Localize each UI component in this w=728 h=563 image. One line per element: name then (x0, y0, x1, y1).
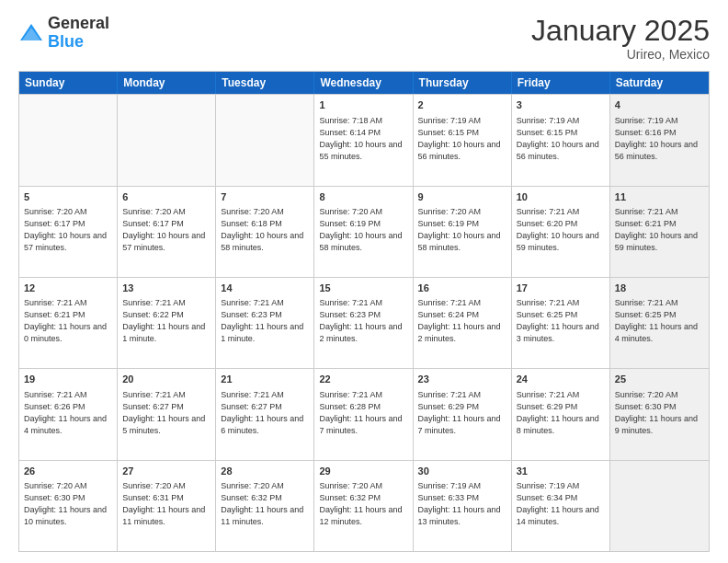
calendar: SundayMondayTuesdayWednesdayThursdayFrid… (18, 71, 710, 552)
calendar-cell: 13Sunrise: 7:21 AM Sunset: 6:22 PM Dayli… (118, 278, 216, 368)
calendar-cell: 21Sunrise: 7:21 AM Sunset: 6:27 PM Dayli… (216, 369, 314, 459)
day-number: 26 (24, 465, 112, 478)
day-number: 21 (221, 373, 309, 386)
day-number: 19 (24, 373, 112, 386)
day-info: Sunrise: 7:20 AM Sunset: 6:18 PM Dayligh… (221, 206, 309, 254)
calendar-cell (19, 95, 118, 185)
calendar-row: 12Sunrise: 7:21 AM Sunset: 6:21 PM Dayli… (19, 277, 709, 368)
calendar-cell: 23Sunrise: 7:21 AM Sunset: 6:29 PM Dayli… (414, 369, 512, 459)
calendar-row: 19Sunrise: 7:21 AM Sunset: 6:26 PM Dayli… (19, 368, 709, 459)
day-number: 31 (517, 465, 605, 478)
day-number: 11 (615, 190, 704, 204)
day-number: 15 (319, 282, 407, 295)
weekday-header: Monday (118, 72, 216, 94)
day-number: 20 (122, 373, 210, 386)
day-info: Sunrise: 7:18 AM Sunset: 6:14 PM Dayligh… (319, 115, 407, 163)
day-info: Sunrise: 7:19 AM Sunset: 6:34 PM Dayligh… (517, 480, 605, 528)
calendar-cell: 8Sunrise: 7:20 AM Sunset: 6:19 PM Daylig… (314, 187, 413, 277)
calendar-cell: 14Sunrise: 7:21 AM Sunset: 6:23 PM Dayli… (216, 278, 314, 368)
calendar-cell (118, 95, 216, 185)
calendar-cell: 3Sunrise: 7:19 AM Sunset: 6:15 PM Daylig… (512, 95, 610, 185)
day-number: 12 (24, 282, 112, 295)
day-info: Sunrise: 7:20 AM Sunset: 6:30 PM Dayligh… (24, 480, 112, 528)
calendar-cell: 18Sunrise: 7:21 AM Sunset: 6:25 PM Dayli… (610, 278, 709, 368)
day-info: Sunrise: 7:19 AM Sunset: 6:15 PM Dayligh… (418, 115, 506, 163)
day-number: 2 (418, 98, 506, 112)
logo: General Blue (18, 15, 109, 52)
day-info: Sunrise: 7:20 AM Sunset: 6:19 PM Dayligh… (418, 206, 506, 254)
page: General Blue January 2025 Urireo, Mexico… (0, 0, 728, 563)
weekday-header: Tuesday (216, 72, 314, 94)
day-info: Sunrise: 7:21 AM Sunset: 6:21 PM Dayligh… (24, 297, 112, 345)
calendar-body: 1Sunrise: 7:18 AM Sunset: 6:14 PM Daylig… (19, 94, 709, 551)
day-number: 5 (24, 190, 112, 204)
calendar-cell: 30Sunrise: 7:19 AM Sunset: 6:33 PM Dayli… (414, 461, 512, 551)
calendar-cell: 27Sunrise: 7:20 AM Sunset: 6:31 PM Dayli… (118, 461, 216, 551)
calendar-cell: 10Sunrise: 7:21 AM Sunset: 6:20 PM Dayli… (512, 187, 610, 277)
calendar-cell: 26Sunrise: 7:20 AM Sunset: 6:30 PM Dayli… (19, 461, 118, 551)
calendar-cell: 31Sunrise: 7:19 AM Sunset: 6:34 PM Dayli… (512, 461, 610, 551)
calendar-cell: 1Sunrise: 7:18 AM Sunset: 6:14 PM Daylig… (314, 95, 413, 185)
day-number: 23 (418, 373, 506, 386)
day-info: Sunrise: 7:20 AM Sunset: 6:17 PM Dayligh… (122, 206, 210, 254)
day-number: 30 (418, 465, 506, 478)
day-info: Sunrise: 7:21 AM Sunset: 6:23 PM Dayligh… (319, 297, 407, 345)
day-number: 13 (122, 282, 210, 295)
calendar-cell: 12Sunrise: 7:21 AM Sunset: 6:21 PM Dayli… (19, 278, 118, 368)
day-info: Sunrise: 7:20 AM Sunset: 6:32 PM Dayligh… (319, 480, 407, 528)
calendar-cell: 2Sunrise: 7:19 AM Sunset: 6:15 PM Daylig… (414, 95, 512, 185)
weekday-header: Saturday (610, 72, 709, 94)
calendar-cell: 6Sunrise: 7:20 AM Sunset: 6:17 PM Daylig… (118, 187, 216, 277)
logo-blue: Blue (48, 32, 84, 51)
calendar-row: 26Sunrise: 7:20 AM Sunset: 6:30 PM Dayli… (19, 460, 709, 551)
day-info: Sunrise: 7:21 AM Sunset: 6:27 PM Dayligh… (221, 389, 309, 437)
day-info: Sunrise: 7:21 AM Sunset: 6:20 PM Dayligh… (517, 206, 605, 254)
day-number: 6 (122, 190, 210, 204)
day-number: 16 (418, 282, 506, 295)
calendar-header: SundayMondayTuesdayWednesdayThursdayFrid… (19, 72, 709, 94)
day-number: 3 (517, 98, 605, 112)
day-number: 7 (221, 190, 309, 204)
day-number: 29 (319, 465, 407, 478)
day-info: Sunrise: 7:21 AM Sunset: 6:26 PM Dayligh… (24, 389, 112, 437)
day-info: Sunrise: 7:20 AM Sunset: 6:32 PM Dayligh… (221, 480, 309, 528)
day-info: Sunrise: 7:19 AM Sunset: 6:15 PM Dayligh… (517, 115, 605, 163)
calendar-cell: 16Sunrise: 7:21 AM Sunset: 6:24 PM Dayli… (414, 278, 512, 368)
day-info: Sunrise: 7:20 AM Sunset: 6:19 PM Dayligh… (319, 206, 407, 254)
day-info: Sunrise: 7:21 AM Sunset: 6:21 PM Dayligh… (615, 206, 704, 254)
day-number: 17 (517, 282, 605, 295)
day-number: 24 (517, 373, 605, 386)
day-number: 4 (615, 98, 704, 112)
calendar-cell: 20Sunrise: 7:21 AM Sunset: 6:27 PM Dayli… (118, 369, 216, 459)
calendar-cell: 24Sunrise: 7:21 AM Sunset: 6:29 PM Dayli… (512, 369, 610, 459)
weekday-header: Friday (512, 72, 610, 94)
weekday-header: Thursday (414, 72, 512, 94)
day-info: Sunrise: 7:20 AM Sunset: 6:31 PM Dayligh… (122, 480, 210, 528)
day-number: 10 (517, 190, 605, 204)
calendar-cell: 29Sunrise: 7:20 AM Sunset: 6:32 PM Dayli… (314, 461, 413, 551)
calendar-cell: 19Sunrise: 7:21 AM Sunset: 6:26 PM Dayli… (19, 369, 118, 459)
calendar-row: 1Sunrise: 7:18 AM Sunset: 6:14 PM Daylig… (19, 94, 709, 185)
calendar-cell: 28Sunrise: 7:20 AM Sunset: 6:32 PM Dayli… (216, 461, 314, 551)
day-info: Sunrise: 7:21 AM Sunset: 6:25 PM Dayligh… (615, 297, 704, 345)
calendar-cell: 11Sunrise: 7:21 AM Sunset: 6:21 PM Dayli… (610, 187, 709, 277)
day-info: Sunrise: 7:21 AM Sunset: 6:28 PM Dayligh… (319, 389, 407, 437)
day-number: 22 (319, 373, 407, 386)
calendar-cell: 4Sunrise: 7:19 AM Sunset: 6:16 PM Daylig… (610, 95, 709, 185)
logo-general: General (48, 14, 109, 32)
day-number: 28 (221, 465, 309, 478)
day-number: 9 (418, 190, 506, 204)
day-info: Sunrise: 7:19 AM Sunset: 6:16 PM Dayligh… (615, 115, 704, 163)
day-info: Sunrise: 7:21 AM Sunset: 6:23 PM Dayligh… (221, 297, 309, 345)
day-info: Sunrise: 7:21 AM Sunset: 6:27 PM Dayligh… (122, 389, 210, 437)
day-info: Sunrise: 7:21 AM Sunset: 6:22 PM Dayligh… (122, 297, 210, 345)
day-number: 1 (319, 98, 407, 112)
calendar-row: 5Sunrise: 7:20 AM Sunset: 6:17 PM Daylig… (19, 186, 709, 277)
calendar-cell: 15Sunrise: 7:21 AM Sunset: 6:23 PM Dayli… (314, 278, 413, 368)
calendar-cell: 22Sunrise: 7:21 AM Sunset: 6:28 PM Dayli… (314, 369, 413, 459)
day-info: Sunrise: 7:21 AM Sunset: 6:24 PM Dayligh… (418, 297, 506, 345)
calendar-cell: 25Sunrise: 7:20 AM Sunset: 6:30 PM Dayli… (610, 369, 709, 459)
day-number: 27 (122, 465, 210, 478)
day-info: Sunrise: 7:21 AM Sunset: 6:29 PM Dayligh… (418, 389, 506, 437)
calendar-cell: 17Sunrise: 7:21 AM Sunset: 6:25 PM Dayli… (512, 278, 610, 368)
